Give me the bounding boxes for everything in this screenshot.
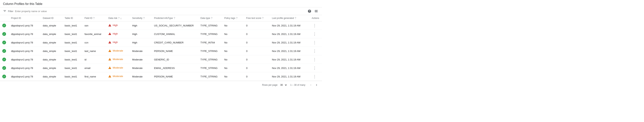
- row-policy-tags-4: No: [222, 55, 244, 64]
- filter-input[interactable]: [15, 10, 305, 13]
- actions-menu-button-2[interactable]: ⋮: [312, 40, 318, 45]
- col-header-sensitivity: Sensitivity ?: [130, 15, 152, 21]
- table-row: ✓ dlppsbqrun1-proj-78 data_simple basic_…: [0, 38, 322, 47]
- row-sensitivity-6: Moderate: [130, 72, 152, 81]
- pagination-info: 1 – 30 of many: [290, 84, 305, 86]
- row-status-2: ✓: [0, 38, 9, 47]
- col-header-last-profile: Last profile generated ?: [270, 15, 310, 21]
- data-table: Project ID Dataset ID Table ID Field ID …: [0, 15, 322, 81]
- row-last-profile-3: Nov 29, 2021, 1:31:19 AM: [270, 47, 310, 55]
- next-page-button[interactable]: [314, 83, 319, 87]
- help-button[interactable]: [307, 8, 312, 14]
- row-predicted-5: EMAIL_ADDRESS: [152, 64, 198, 72]
- predicted-help-icon[interactable]: ?: [174, 17, 175, 20]
- filter-bar: Filter: [0, 7, 322, 15]
- row-table-id-2: basic_test1: [62, 38, 82, 47]
- status-icon-5: ✓: [2, 66, 6, 70]
- col-header-project-id: Project ID: [9, 15, 40, 21]
- page-title: Column Profiles for this Table: [0, 0, 322, 7]
- row-last-profile-4: Nov 29, 2021, 1:31:19 AM: [270, 55, 310, 64]
- row-actions-0[interactable]: ⋮: [309, 21, 322, 30]
- row-actions-1[interactable]: ⋮: [309, 30, 322, 38]
- data-risk-sort-icon[interactable]: ↓: [120, 17, 122, 20]
- actions-menu-button-4[interactable]: ⋮: [312, 57, 318, 62]
- row-field-id-0: ssn: [82, 21, 106, 30]
- row-data-risk-2: High: [106, 38, 130, 47]
- rows-per-page-label: Rows per page:: [262, 84, 278, 86]
- actions-menu-button-0[interactable]: ⋮: [312, 23, 318, 28]
- row-policy-tags-0: No: [222, 21, 244, 30]
- row-last-profile-1: Nov 29, 2021, 1:31:19 AM: [270, 30, 310, 38]
- row-data-type-6: TYPE_STRING: [198, 72, 222, 81]
- row-dataset-id-6: data_simple: [40, 72, 62, 81]
- actions-menu-button-6[interactable]: ⋮: [312, 74, 318, 79]
- row-table-id-3: basic_test1: [62, 47, 82, 55]
- row-project-id-3: dlppsbqrun1-proj-78: [9, 47, 40, 55]
- row-data-type-1: TYPE_STRING: [198, 30, 222, 38]
- row-policy-tags-6: No: [222, 72, 244, 81]
- datatype-help-icon[interactable]: ?: [211, 17, 212, 20]
- filter-label: Filter: [8, 10, 14, 13]
- row-actions-4[interactable]: ⋮: [309, 55, 322, 64]
- row-project-id-6: dlppsbqrun1-proj-78: [9, 72, 40, 81]
- row-project-id-2: dlppsbqrun1-proj-78: [9, 38, 40, 47]
- row-data-risk-4: Moderate: [106, 55, 130, 64]
- actions-menu-button-5[interactable]: ⋮: [312, 65, 318, 71]
- sensitivity-help-icon[interactable]: ?: [143, 17, 145, 20]
- row-dataset-id-0: data_simple: [40, 21, 62, 30]
- row-field-id-6: first_name: [82, 72, 106, 81]
- col-header-data-risk[interactable]: Data risk ? ↓: [106, 15, 130, 21]
- row-sensitivity-0: High: [130, 21, 152, 30]
- col-header-policy-tags: Policy tags ?: [222, 15, 244, 21]
- row-actions-5[interactable]: ⋮: [309, 64, 322, 72]
- row-table-id-1: basic_test1: [62, 30, 82, 38]
- row-status-1: ✓: [0, 30, 9, 38]
- row-data-type-3: TYPE_STRING: [198, 47, 222, 55]
- status-icon-0: ✓: [2, 24, 6, 27]
- row-field-id-4: id: [82, 55, 106, 64]
- field-id-help-icon[interactable]: ?: [93, 17, 95, 20]
- row-status-5: ✓: [0, 64, 9, 72]
- actions-menu-button-3[interactable]: ⋮: [312, 48, 318, 54]
- freetext-help-icon[interactable]: ?: [262, 17, 264, 20]
- lastprofile-help-icon[interactable]: ?: [295, 17, 296, 20]
- row-field-id-3: last_name: [82, 47, 106, 55]
- col-header-field-id: Field ID ?: [82, 15, 106, 21]
- col-header-table-id: Table ID: [62, 15, 82, 21]
- table-row: ✓ dlppsbqrun1-proj-78 data_simple basic_…: [0, 30, 322, 38]
- filter-actions: [307, 8, 319, 14]
- row-table-id-6: basic_test1: [62, 72, 82, 81]
- row-dataset-id-2: data_simple: [40, 38, 62, 47]
- prev-page-button[interactable]: [308, 83, 313, 87]
- row-status-0: ✓: [0, 21, 9, 30]
- row-table-id-5: basic_test1: [62, 64, 82, 72]
- row-free-text-3: 0: [244, 47, 270, 55]
- row-status-3: ✓: [0, 47, 9, 55]
- rows-per-page: Rows per page: 30 10 25 50 100: [262, 84, 287, 87]
- row-actions-2[interactable]: ⋮: [309, 38, 322, 47]
- row-field-id-5: email: [82, 64, 106, 72]
- filter-icon: [3, 9, 6, 13]
- col-header-predicted-info-type: Predicted infoType ?: [152, 15, 198, 21]
- row-actions-3[interactable]: ⋮: [309, 47, 322, 55]
- columns-button[interactable]: [314, 8, 319, 14]
- row-sensitivity-2: High: [130, 38, 152, 47]
- row-policy-tags-1: No: [222, 30, 244, 38]
- rows-per-page-select[interactable]: 30 10 25 50 100: [280, 84, 287, 87]
- status-icon-6: ✓: [2, 75, 6, 78]
- table-row: ✓ dlppsbqrun1-proj-78 data_simple basic_…: [0, 55, 322, 64]
- table-container: Project ID Dataset ID Table ID Field ID …: [0, 15, 322, 81]
- policy-help-icon[interactable]: ?: [236, 17, 238, 20]
- col-header-dataset-id: Dataset ID: [40, 15, 62, 21]
- row-last-profile-5: Nov 29, 2021, 1:31:19 AM: [270, 64, 310, 72]
- data-risk-help-icon[interactable]: ?: [118, 17, 120, 20]
- row-predicted-1: CUSTOM_ANIMAL: [152, 30, 198, 38]
- row-actions-6[interactable]: ⋮: [309, 72, 322, 81]
- row-data-risk-5: Moderate: [106, 64, 130, 72]
- row-table-id-0: basic_test1: [62, 21, 82, 30]
- row-field-id-2: ccn: [82, 38, 106, 47]
- row-predicted-3: PERSON_NAME: [152, 47, 198, 55]
- row-data-risk-0: High: [106, 21, 130, 30]
- actions-menu-button-1[interactable]: ⋮: [312, 31, 318, 37]
- table-row: ✓ dlppsbqrun1-proj-78 data_simple basic_…: [0, 47, 322, 55]
